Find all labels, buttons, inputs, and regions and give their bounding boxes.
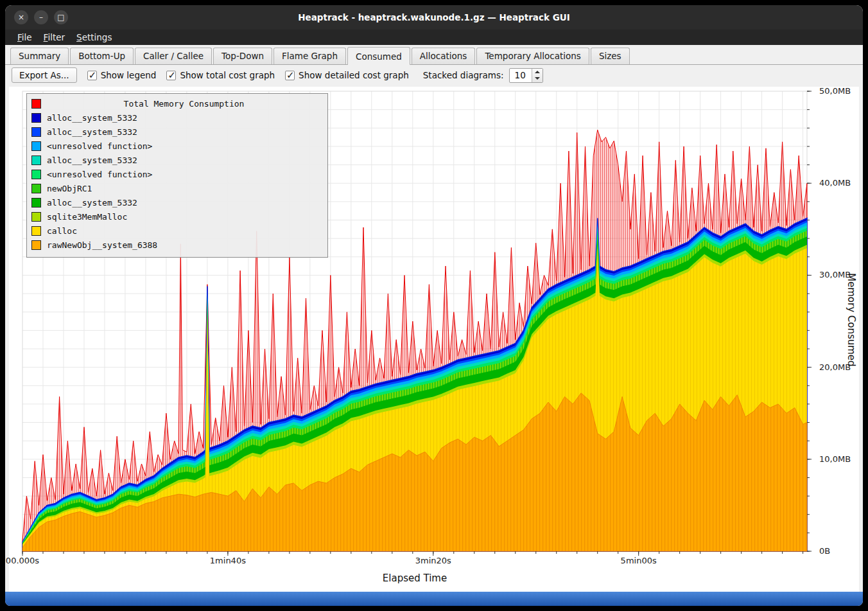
legend-item: alloc__system_5332	[31, 125, 321, 139]
spinbox-value[interactable]: 10	[510, 69, 532, 82]
checkbox-box	[166, 71, 176, 80]
legend-item: rawNewObj__system_6388	[31, 238, 321, 252]
legend-label: sqlite3MemMalloc	[47, 212, 127, 222]
maximize-icon: □	[57, 13, 64, 22]
status-bar	[5, 592, 863, 606]
maximize-button[interactable]: □	[54, 10, 68, 24]
tab-bottom-up[interactable]: Bottom-Up	[70, 48, 134, 64]
checkbox-show-total-cost-graph[interactable]: Show total cost graph	[166, 70, 275, 80]
y-tick-label: 0B	[819, 546, 830, 556]
checkbox-label: Show total cost graph	[180, 70, 275, 80]
menu-item-file[interactable]: File	[12, 31, 38, 44]
legend-swatch	[31, 226, 41, 236]
legend-label: alloc__system_5332	[47, 113, 137, 123]
close-icon: ×	[18, 13, 24, 22]
legend-label: calloc	[47, 226, 77, 236]
tab-caller-callee[interactable]: Caller / Callee	[135, 48, 212, 64]
legend-item: <unresolved function>	[31, 167, 321, 181]
checkbox-box	[285, 71, 295, 80]
tab-flame-graph[interactable]: Flame Graph	[273, 48, 346, 64]
y-tick-label: 50,0MB	[819, 86, 851, 96]
legend-swatch	[31, 184, 41, 193]
legend-label: <unresolved function>	[47, 170, 152, 179]
legend-swatch	[31, 113, 41, 123]
legend-item: newObjRC1	[31, 181, 321, 195]
checkbox-label: Show legend	[101, 70, 157, 80]
legend-label: alloc__system_5332	[47, 155, 137, 165]
checkbox-box	[87, 71, 97, 80]
legend-item: calloc	[31, 224, 321, 238]
legend-title: Total Memory Consumption	[47, 99, 321, 109]
titlebar[interactable]: × – □ Heaptrack - heaptrack.wakunode.1.g…	[5, 5, 863, 30]
y-tick-label: 10,0MB	[819, 454, 851, 464]
close-button[interactable]: ×	[14, 10, 28, 24]
checkbox-show-detailed-cost-graph[interactable]: Show detailed cost graph	[285, 70, 409, 80]
tab-summary[interactable]: Summary	[10, 48, 69, 64]
chart-legend: Total Memory Consumption alloc__system_5…	[26, 93, 328, 258]
menu-item-settings[interactable]: Settings	[71, 31, 117, 44]
tab-temporary-allocations[interactable]: Temporary Allocations	[476, 48, 589, 64]
legend-label: <unresolved function>	[47, 141, 152, 151]
y-axis-title: Memory Consumed	[846, 273, 857, 367]
legend-item: sqlite3MemMalloc	[31, 209, 321, 224]
tab-sizes[interactable]: Sizes	[591, 48, 630, 64]
tab-allocations[interactable]: Allocations	[412, 48, 476, 64]
legend-label: newObjRC1	[47, 184, 92, 193]
legend-swatch	[31, 127, 41, 137]
checkbox-label: Show detailed cost graph	[299, 70, 409, 80]
heaptrack-window: × – □ Heaptrack - heaptrack.wakunode.1.g…	[5, 5, 863, 606]
legend-item: alloc__system_5332	[31, 195, 321, 209]
legend-swatch	[31, 141, 41, 151]
menu-item-filter[interactable]: Filter	[38, 31, 71, 44]
legend-item: <unresolved function>	[31, 139, 321, 153]
menubar: File Filter Settings	[5, 30, 863, 45]
minimize-icon: –	[39, 13, 43, 22]
legend-title-row: Total Memory Consumption	[31, 96, 321, 111]
checkbox-show-legend[interactable]: Show legend	[87, 70, 157, 80]
tab-bar: Summary Bottom-Up Caller / Callee Top-Do…	[5, 45, 863, 65]
legend-item: alloc__system_5332	[31, 153, 321, 167]
x-axis-tick-labels: 00.000s1min40s3min20s5min00s	[22, 556, 807, 567]
spinbox-buttons	[532, 69, 542, 82]
window-title: Heaptrack - heaptrack.wakunode.1.gz — He…	[5, 12, 863, 22]
legend-label: alloc__system_5332	[47, 127, 137, 137]
spinbox-up-button[interactable]	[532, 69, 542, 76]
x-tick-label: 5min00s	[621, 556, 657, 565]
x-tick-label: 1min40s	[210, 556, 246, 565]
x-tick-label: 3min20s	[415, 556, 451, 565]
export-as-button[interactable]: Export As...	[12, 67, 77, 83]
legend-label: alloc__system_5332	[47, 198, 137, 208]
chart-panel: 00.000s1min40s3min20s5min00s 0B10,0MB20,…	[9, 87, 859, 592]
legend-swatch-total	[31, 99, 41, 109]
x-axis-title: Elapsed Time	[22, 572, 807, 584]
tab-top-down[interactable]: Top-Down	[213, 48, 272, 64]
x-tick-label: 00.000s	[6, 556, 39, 565]
stacked-diagrams-spinbox[interactable]: 10	[509, 68, 543, 83]
tab-consumed[interactable]: Consumed	[347, 47, 410, 65]
minimize-button[interactable]: –	[34, 10, 48, 24]
legend-swatch	[31, 240, 41, 250]
spinbox-down-button[interactable]	[532, 75, 542, 82]
legend-swatch	[31, 212, 41, 222]
stacked-diagrams-label: Stacked diagrams:	[423, 70, 504, 80]
legend-swatch	[31, 170, 41, 179]
legend-item: alloc__system_5332	[31, 111, 321, 125]
legend-label: rawNewObj__system_6388	[47, 240, 157, 250]
legend-swatch	[31, 198, 41, 208]
legend-swatch	[31, 155, 41, 165]
y-tick-label: 40,0MB	[819, 178, 851, 188]
toolbar: Export As... Show legend Show total cost…	[5, 65, 863, 85]
